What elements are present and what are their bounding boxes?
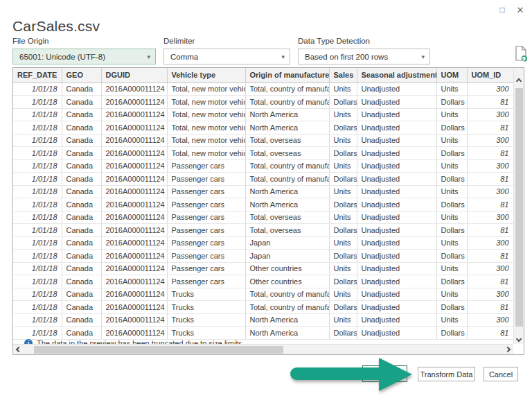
file-origin-dropdown[interactable]: 65001: Unicode (UTF-8) ▾ [12,49,156,64]
page-title: CarSales.csv [12,18,100,35]
cell: Dollars [329,250,357,263]
cell: Passenger cars [167,159,245,173]
cell: Dollars [329,275,357,288]
cell: Units [329,134,357,147]
cell: 81 [467,173,513,186]
cell: Units [329,108,357,121]
cell: North America [245,185,329,198]
cell: Canada [62,198,101,211]
cell: 2016A000011124 [101,147,167,160]
cell: 81 [467,147,513,160]
vertical-scrollbar[interactable] [513,68,524,344]
cell: Units [329,211,357,224]
table-row: 1/01/18Canada2016A000011124Passenger car… [13,250,513,263]
cell: 2016A000011124 [101,313,167,327]
cell: Unadjusted [357,301,436,314]
cell: 300 [467,288,513,301]
column-header: UOM_ID [467,68,513,83]
cell: 2016A000011124 [101,275,167,288]
cell: Units [329,313,357,327]
cell: Unadjusted [357,147,436,160]
cell: 300 [467,262,513,275]
scroll-up-icon[interactable] [516,78,522,84]
cell: 2016A000011124 [101,262,167,275]
refresh-preview-icon[interactable] [514,46,528,62]
scroll-right-icon[interactable] [505,347,511,352]
cell: Units [329,288,357,301]
table-row: 1/01/18Canada2016A000011124Total, new mo… [13,83,513,96]
table-row: 1/01/18Canada2016A000011124Total, new mo… [13,96,513,109]
cell: 1/01/18 [13,275,62,288]
cell: 2016A000011124 [101,301,167,314]
table-body: 1/01/18Canada2016A000011124Total, new mo… [13,83,513,339]
cell: Units [436,159,467,173]
cell: Unadjusted [357,250,436,263]
close-window-icon[interactable]: ✕ [514,3,526,16]
cell: 2016A000011124 [101,83,167,96]
column-header: DGUID [101,68,167,83]
cell: 81 [467,327,513,340]
cell: 81 [467,121,513,135]
cell: Canada [62,134,101,147]
cell: Dollars [329,198,357,211]
horizontal-scrollbar[interactable] [13,344,513,354]
cell: Units [329,83,357,96]
data-type-detection-dropdown[interactable]: Based on first 200 rows ▾ [298,49,430,64]
cell: Total, country of manufacture [245,83,329,96]
cell: 81 [467,198,513,211]
cell: Canada [62,275,101,288]
cell: 2016A000011124 [101,211,167,224]
cell: 2016A000011124 [101,185,167,198]
cell: Canada [62,108,101,121]
table-row: 1/01/18Canada2016A000011124TrucksNorth A… [13,313,513,327]
table-row: 1/01/18Canada2016A000011124Passenger car… [13,185,513,198]
delimiter-value: Comma [170,53,198,61]
file-origin-label: File Origin [12,37,48,45]
cell: 300 [467,159,513,173]
column-header: Vehicle type [167,68,245,83]
cell: North America [245,108,329,121]
maximize-window-icon[interactable]: □ [496,3,508,16]
cell: Canada [62,147,101,160]
cell: Total, country of manufacture [245,159,329,173]
cell: Passenger cars [167,198,245,211]
column-header: GEO [62,68,101,83]
table-row: 1/01/18Canada2016A000011124Total, new mo… [13,134,513,147]
chevron-down-icon: ▾ [147,53,150,60]
column-header: Seasonal adjustment [357,68,436,83]
cell: 1/01/18 [13,224,62,237]
cell: 300 [467,185,513,198]
cell: 1/01/18 [13,198,62,211]
cell: Dollars [436,147,467,160]
cancel-button[interactable]: Cancel [484,367,518,381]
cell: Total, country of manufacture [245,173,329,186]
cell: 2016A000011124 [101,224,167,237]
cell: Unadjusted [357,198,436,211]
horizontal-scrollbar-thumb[interactable] [34,346,283,354]
cell: 2016A000011124 [101,198,167,211]
cell: Trucks [167,313,245,327]
cell: Trucks [167,301,245,314]
vertical-scrollbar-thumb[interactable] [515,88,523,327]
cell: Passenger cars [167,211,245,224]
cell: Canada [62,313,101,327]
cell: Dollars [436,198,467,211]
delimiter-dropdown[interactable]: Comma ▾ [163,49,290,64]
cell: Total, overseas [245,147,329,160]
cell: 1/01/18 [13,159,62,173]
scroll-left-icon[interactable] [16,347,21,352]
cell: Total, country of manufacture [245,96,329,109]
column-header: UOM [436,68,467,83]
column-header: Origin of manufacture [245,68,329,83]
scroll-down-icon[interactable] [516,336,522,342]
cell: 2016A000011124 [101,173,167,186]
transform-data-button[interactable]: Transform Data [418,367,475,381]
chevron-down-icon: ▾ [421,53,425,60]
cell: 1/01/18 [13,236,62,250]
file-origin-value: 65001: Unicode (UTF-8) [19,53,105,61]
cell: 1/01/18 [13,185,62,198]
cell: 81 [467,224,513,237]
table-row: 1/01/18Canada2016A000011124Passenger car… [13,236,513,250]
cell: Units [436,134,467,147]
cell: Passenger cars [167,173,245,186]
